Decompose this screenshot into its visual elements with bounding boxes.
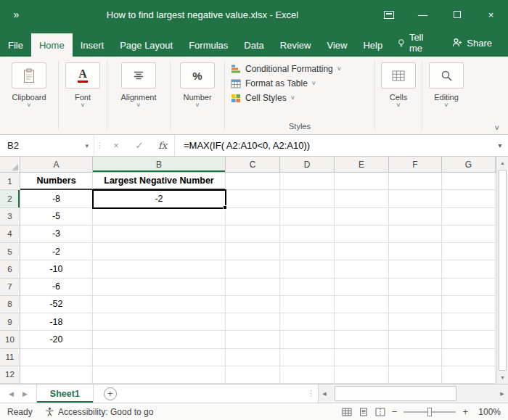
tab-data[interactable]: Data xyxy=(236,33,271,57)
cell-B2[interactable]: -2 xyxy=(93,190,226,207)
vertical-scrollbar[interactable]: ▲ ▼ xyxy=(496,157,508,384)
cell-E3[interactable] xyxy=(335,208,389,226)
tab-review[interactable]: Review xyxy=(272,33,319,57)
page-break-preview-button[interactable] xyxy=(375,408,385,416)
font-tile[interactable]: A xyxy=(65,62,100,88)
cell-G8[interactable] xyxy=(442,296,496,313)
cancel-button[interactable]: × xyxy=(105,135,128,156)
tab-help[interactable]: Help xyxy=(355,33,390,57)
row-header-4[interactable]: 4 xyxy=(0,226,20,243)
cell-A8[interactable]: -52 xyxy=(20,296,93,313)
row-header-10[interactable]: 10 xyxy=(0,331,20,348)
cell-A5[interactable]: -2 xyxy=(20,243,93,260)
cell-D8[interactable] xyxy=(280,296,335,313)
page-layout-view-button[interactable] xyxy=(359,408,369,416)
cell-D5[interactable] xyxy=(280,243,335,260)
row-header-3[interactable]: 3 xyxy=(0,208,20,226)
cell-F10[interactable] xyxy=(389,331,442,348)
cell-E7[interactable] xyxy=(335,279,389,296)
cell-F3[interactable] xyxy=(389,208,442,226)
scroll-right-button[interactable]: ▶ xyxy=(496,384,508,403)
cell-A3[interactable]: -5 xyxy=(20,208,93,226)
horizontal-scrollbar-track[interactable] xyxy=(330,384,496,403)
row-header-5[interactable]: 5 xyxy=(0,243,20,260)
clipboard-tile[interactable] xyxy=(12,62,46,88)
cell-C12[interactable] xyxy=(226,366,280,384)
cell-D10[interactable] xyxy=(280,331,335,348)
cell-G9[interactable] xyxy=(442,313,496,331)
cell-C9[interactable] xyxy=(226,313,280,331)
cell-G1[interactable] xyxy=(442,173,496,190)
share-button[interactable]: Share xyxy=(445,38,499,49)
cell-C1[interactable] xyxy=(226,173,280,190)
cell-B1[interactable]: Largest Negative Number xyxy=(93,173,226,190)
cell-E6[interactable] xyxy=(335,260,389,278)
cell-F9[interactable] xyxy=(389,313,442,331)
cell-A9[interactable]: -18 xyxy=(20,313,93,331)
scroll-down-button[interactable]: ▼ xyxy=(497,371,508,384)
cell-D7[interactable] xyxy=(280,279,335,296)
row-header-9[interactable]: 9 xyxy=(0,313,20,331)
zoom-level-label[interactable]: 100% xyxy=(475,407,501,417)
new-sheet-button[interactable]: + xyxy=(104,387,117,400)
formula-bar-handle[interactable]: ⋮ xyxy=(94,135,105,156)
insert-function-button[interactable]: fx xyxy=(151,135,174,156)
number-group-button[interactable]: % Number ˅ xyxy=(171,57,224,134)
alignment-group-button[interactable]: Alignment ˅ xyxy=(107,57,170,134)
cell-C3[interactable] xyxy=(226,208,280,226)
cell-E9[interactable] xyxy=(335,313,389,331)
fill-handle[interactable] xyxy=(223,205,227,210)
cell-E11[interactable] xyxy=(335,349,389,366)
horizontal-scrollbar[interactable]: ◀ ▶ xyxy=(318,384,508,403)
cell-B7[interactable] xyxy=(93,279,226,296)
collapse-ribbon-button[interactable]: ˅ xyxy=(495,123,499,132)
cell-F4[interactable] xyxy=(389,226,442,243)
close-button[interactable]: × xyxy=(474,0,508,29)
cell-F7[interactable] xyxy=(389,279,442,296)
column-header-C[interactable]: C xyxy=(226,157,280,172)
cell-C10[interactable] xyxy=(226,331,280,348)
cell-D2[interactable] xyxy=(280,190,335,207)
tab-page-layout[interactable]: Page Layout xyxy=(112,33,181,57)
editing-tile[interactable] xyxy=(429,62,464,88)
column-header-F[interactable]: F xyxy=(389,157,442,172)
cells-tile[interactable] xyxy=(381,62,416,88)
zoom-out-button[interactable]: − xyxy=(392,406,398,417)
cell-C6[interactable] xyxy=(226,260,280,278)
cell-E2[interactable] xyxy=(335,190,389,207)
tab-insert[interactable]: Insert xyxy=(73,33,112,57)
cell-G5[interactable] xyxy=(442,243,496,260)
cell-B8[interactable] xyxy=(93,296,226,313)
tab-file[interactable]: File xyxy=(0,33,31,57)
cell-E1[interactable] xyxy=(335,173,389,190)
cell-G3[interactable] xyxy=(442,208,496,226)
ribbon-display-options-button[interactable] xyxy=(372,0,406,29)
cell-F8[interactable] xyxy=(389,296,442,313)
column-header-E[interactable]: E xyxy=(335,157,389,172)
alignment-tile[interactable] xyxy=(121,62,156,88)
cell-B4[interactable] xyxy=(93,226,226,243)
cell-C4[interactable] xyxy=(226,226,280,243)
name-box-dropdown-icon[interactable]: ▾ xyxy=(85,142,94,149)
editing-group-button[interactable]: Editing ˅ xyxy=(422,57,470,134)
row-header-7[interactable]: 7 xyxy=(0,279,20,296)
cell-G11[interactable] xyxy=(442,349,496,366)
cell-A2[interactable]: -8 xyxy=(20,190,93,207)
cell-G6[interactable] xyxy=(442,260,496,278)
cell-E12[interactable] xyxy=(335,366,389,384)
cell-D4[interactable] xyxy=(280,226,335,243)
tab-home[interactable]: Home xyxy=(31,33,73,57)
cell-C7[interactable] xyxy=(226,279,280,296)
cell-A10[interactable]: -20 xyxy=(20,331,93,348)
sheet-tab-sheet1[interactable]: Sheet1 xyxy=(36,384,94,403)
accessibility-checker-button[interactable]: Accessibility: Good to go xyxy=(45,407,153,417)
cell-D12[interactable] xyxy=(280,366,335,384)
minimize-button[interactable]: — xyxy=(406,0,440,29)
vertical-scrollbar-thumb[interactable] xyxy=(499,170,507,371)
cell-C2[interactable] xyxy=(226,190,280,207)
cell-C11[interactable] xyxy=(226,349,280,366)
number-tile[interactable]: % xyxy=(180,62,215,88)
tab-view[interactable]: View xyxy=(319,33,355,57)
column-header-A[interactable]: A xyxy=(20,157,93,172)
tab-scroll-splitter[interactable]: ⋮ xyxy=(304,384,318,403)
